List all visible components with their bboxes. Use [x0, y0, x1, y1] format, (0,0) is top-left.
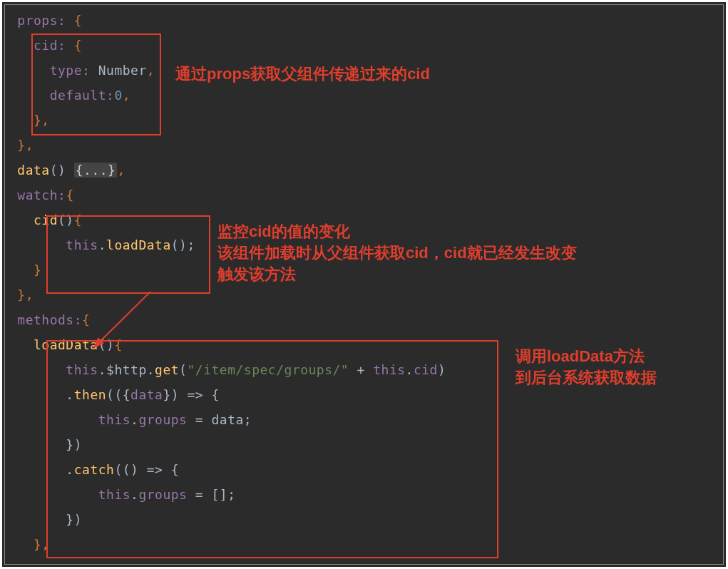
code-block: props: { cid: { type: Number, default:0,… — [5, 5, 723, 557]
code-annotation-figure: props: { cid: { type: Number, default:0,… — [0, 0, 728, 569]
code-area: props: { cid: { type: Number, default:0,… — [4, 4, 724, 565]
